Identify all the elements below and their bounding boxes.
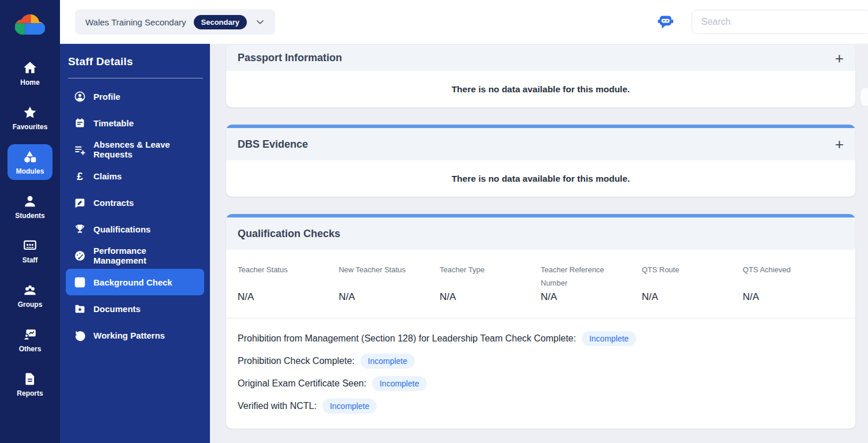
check-label: Original Exam Certificate Seen: [238, 378, 366, 389]
groups-icon [22, 283, 37, 298]
staff-icon [22, 238, 37, 253]
sidebar-item-absences-leave-requests[interactable]: Absences & Leave Requests [66, 136, 204, 163]
qualification-checks-list: Prohibition from Management (Section 128… [226, 318, 855, 429]
sidebar-item-performance-management[interactable]: Performance Management [66, 242, 204, 269]
check-label: Verified with NCTL: [238, 401, 317, 411]
field-teacher-status: Teacher Status N/A [238, 264, 339, 303]
field-qts-achieved: QTS Achieved N/A [743, 264, 844, 303]
sidebar-item-label: Performance Management [93, 246, 196, 265]
main-content: Passport Information + There is no data … [210, 44, 868, 443]
student-icon [22, 194, 37, 209]
sidebar-item-label: Background Check [93, 277, 172, 287]
calendar-icon [74, 117, 86, 129]
sidebar-item-label: Contracts [93, 198, 134, 208]
school-type-badge: Secondary [194, 15, 247, 29]
app-logo[interactable] [0, 0, 60, 44]
sidebar-item-contracts[interactable]: Contracts [66, 189, 204, 216]
field-label: Teacher Type [439, 264, 514, 290]
chevron-down-icon [254, 16, 266, 28]
rail-item-label: Modules [16, 167, 44, 175]
app-window: Home Favourites Modules [0, 0, 868, 443]
rail-item-home[interactable]: Home [0, 51, 60, 95]
cloud-logo-icon [13, 9, 47, 35]
rail-item-label: Home [20, 78, 39, 87]
sidebar-item-label: Timetable [93, 118, 134, 128]
topbar: Wales Training Secondary Secondary [60, 0, 868, 44]
status-badge: Incomplete [582, 331, 636, 346]
field-value: N/A [238, 291, 339, 303]
sidebar-item-background-check[interactable]: Background Check [66, 269, 204, 295]
home-icon [22, 61, 37, 76]
check-label: Prohibition Check Complete: [238, 356, 355, 366]
check-row-prohibition-management: Prohibition from Management (Section 128… [238, 331, 844, 346]
field-value: N/A [541, 291, 642, 303]
field-label: Teacher Reference Number [541, 264, 616, 290]
assistant-chatbot-button[interactable] [657, 14, 674, 30]
sidebar-item-label: Qualifications [93, 224, 151, 234]
others-icon [22, 327, 37, 342]
rail-item-favourites[interactable]: Favourites [0, 95, 60, 140]
sidebar-item-label: Absences & Leave Requests [93, 140, 196, 159]
staff-details-sidebar: Staff Details Profile Timetable [60, 44, 210, 443]
field-value: N/A [743, 291, 844, 303]
rail-item-reports[interactable]: Reports [0, 362, 60, 406]
school-name: Wales Training Secondary [85, 17, 186, 27]
school-selector[interactable]: Wales Training Secondary Secondary [75, 9, 275, 35]
qualification-fields: Teacher Status N/A New Teacher Status N/… [226, 250, 855, 318]
check-label: Prohibition from Management (Section 128… [238, 333, 576, 344]
rail-item-label: Reports [17, 389, 43, 397]
field-qts-route: QTS Route N/A [642, 264, 743, 303]
check-row-verified-with-nctl: Verified with NCTL: Incomplete [238, 399, 844, 414]
sidebar-title: Staff Details [60, 55, 210, 68]
robot-icon [657, 14, 674, 30]
field-teacher-type: Teacher Type N/A [439, 264, 540, 303]
search-input[interactable] [692, 10, 868, 34]
list-plus-icon [74, 144, 86, 156]
sidebar-item-working-patterns[interactable]: Working Patterns [66, 322, 204, 348]
gauge-icon [74, 250, 86, 262]
sidebar-item-qualifications[interactable]: Qualifications [66, 216, 204, 242]
history-icon [74, 329, 86, 341]
rail-item-label: Students [15, 212, 44, 220]
sidebar-item-timetable[interactable]: Timetable [66, 110, 204, 136]
sidebar-item-claims[interactable]: £ Claims [66, 163, 204, 189]
field-label: QTS Achieved [743, 264, 818, 290]
rail-nav: Home Favourites Modules [0, 44, 60, 406]
sidebar-item-label: Working Patterns [93, 331, 165, 340]
field-value: N/A [642, 291, 743, 303]
rail-item-label: Staff [22, 256, 38, 264]
trophy-icon [74, 223, 86, 235]
status-badge: Incomplete [372, 376, 426, 391]
rail-item-staff[interactable]: Staff [0, 228, 60, 273]
sidebar-item-label: Claims [93, 171, 122, 181]
field-label: New Teacher Status [339, 264, 414, 290]
field-value: N/A [339, 291, 439, 303]
field-label: QTS Route [642, 264, 717, 290]
check-row-prohibition-check: Prohibition Check Complete: Incomplete [238, 354, 844, 369]
sidebar-item-label: Profile [93, 92, 121, 102]
rail-item-students[interactable]: Students [0, 184, 60, 228]
rail-item-label: Groups [18, 301, 43, 309]
add-passport-button[interactable]: + [835, 51, 844, 66]
passport-information-card: Passport Information + There is no data … [226, 45, 855, 107]
dbs-evidence-card: DBS Evidence + There is no data availabl… [226, 125, 855, 197]
add-dbs-button[interactable]: + [835, 137, 844, 152]
card-title: DBS Evidence [238, 138, 308, 151]
profile-icon [74, 91, 86, 103]
field-value: N/A [439, 291, 540, 303]
rail-item-groups[interactable]: Groups [0, 273, 60, 317]
sidebar-item-profile[interactable]: Profile [66, 83, 204, 110]
empty-state-text: There is no data available for this modu… [226, 71, 855, 107]
scrollbar-thumb[interactable] [861, 88, 868, 106]
card-title: Passport Information [238, 52, 342, 64]
status-badge: Incomplete [360, 354, 415, 369]
rail-item-others[interactable]: Others [0, 317, 60, 362]
qualification-checks-card: Qualification Checks Teacher Status N/A … [226, 214, 855, 429]
field-label: Teacher Status [238, 264, 313, 290]
sidebar-item-documents[interactable]: Documents [66, 295, 204, 322]
sidebar-divider [68, 78, 203, 78]
field-new-teacher-status: New Teacher Status N/A [339, 264, 439, 303]
report-icon [22, 371, 37, 386]
rail-item-modules[interactable]: Modules [0, 140, 60, 184]
rail-item-label: Others [19, 345, 42, 353]
